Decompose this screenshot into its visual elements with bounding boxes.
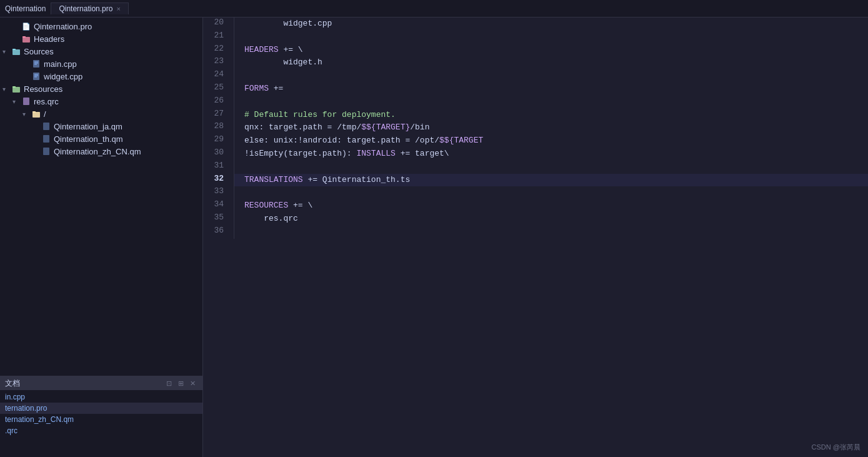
line-number: 21 <box>203 31 234 44</box>
line-content <box>234 226 868 239</box>
code-line-30: 30 !isEmpty(target.path): INSTALLS += ta… <box>203 148 868 161</box>
line-content <box>234 186 868 199</box>
tree-item-slash[interactable]: ▾ / <box>0 108 202 120</box>
tree-label: Sources <box>24 47 54 56</box>
file-pro-icon: 📄 <box>21 21 31 31</box>
line-content <box>234 69 868 83</box>
code-line-31: 31 <box>203 161 868 174</box>
tree-item-qm-zh[interactable]: Qinternation_zh_CN.qm <box>0 145 202 158</box>
line-content: FORMS += <box>234 83 868 96</box>
tree-item-sources[interactable]: ▾ Sources <box>0 45 202 58</box>
tree-arrow <box>22 61 31 68</box>
panel-item-main-cpp[interactable]: in.cpp <box>0 391 202 403</box>
tree-label: Qinternation_ja.qm <box>54 122 122 131</box>
svg-rect-0 <box>22 37 30 43</box>
panel-close-button[interactable]: ✕ <box>188 379 197 388</box>
tree-item-qm-th[interactable]: Qinternation_th.qm <box>0 133 202 145</box>
qm-icon <box>41 146 51 156</box>
svg-rect-12 <box>12 87 20 93</box>
line-content: res.qrc <box>234 213 868 226</box>
line-number: 35 <box>203 213 234 226</box>
tree-item-qinternation-pro[interactable]: 📄 Qinternation.pro <box>0 20 202 33</box>
line-number: 23 <box>203 56 234 69</box>
line-number: 20 <box>203 18 234 31</box>
tree-item-main-cpp[interactable]: main.cpp <box>0 58 202 70</box>
code-line-26: 26 <box>203 96 868 109</box>
bottom-panel-list: in.cpp ternation.pro ternation_zh_CN.qm … <box>0 390 202 457</box>
bottom-panel: 文档 ⊡ ⊞ ✕ in.cpp ternation.pro ternation_… <box>0 376 202 457</box>
line-number: 24 <box>203 69 234 83</box>
code-line-25: 25 FORMS += <box>203 83 868 96</box>
line-number: 25 <box>203 83 234 96</box>
line-content: TRANSLATIONS += Qinternation_th.ts <box>234 174 868 187</box>
line-content: widget.cpp <box>234 18 868 31</box>
line-number: 28 <box>203 121 234 134</box>
tree-item-res-qrc[interactable]: ▾ res.qrc <box>0 95 202 108</box>
tab-close-button[interactable]: × <box>116 5 120 13</box>
tree-label: Resources <box>24 84 62 94</box>
tree-label: main.cpp <box>44 59 77 69</box>
folder-yellow-icon <box>31 109 41 119</box>
line-number: 27 <box>203 109 234 122</box>
code-line-36: 36 <box>203 226 868 239</box>
tree-arrow <box>12 36 21 43</box>
tree-arrow <box>12 23 21 30</box>
tree-item-qm-ja[interactable]: Qinternation_ja.qm <box>0 120 202 133</box>
svg-rect-8 <box>33 73 39 80</box>
bottom-panel-header: 文档 ⊡ ⊞ ✕ <box>0 377 202 390</box>
line-number: 33 <box>203 186 234 199</box>
tree-arrow <box>32 148 41 155</box>
code-editor[interactable]: 20 widget.cpp 21 22 HEADERS += \ 23 widg… <box>203 18 868 457</box>
line-content: !isEmpty(target.path): INSTALLS += targe… <box>234 148 868 161</box>
svg-rect-14 <box>23 98 29 105</box>
tree-arrow <box>32 136 41 143</box>
tree-label: Qinternation_th.qm <box>54 134 123 144</box>
panel-item-qrc[interactable]: .qrc <box>0 425 202 436</box>
tree-label: Qinternation.pro <box>34 22 92 31</box>
line-number: 31 <box>203 161 234 174</box>
tree-item-headers[interactable]: Headers <box>0 33 202 45</box>
line-content: # Default rules for deployment. <box>234 109 868 122</box>
tree-label: / <box>44 109 46 119</box>
svg-rect-15 <box>32 112 40 118</box>
code-line-33: 33 <box>203 186 868 199</box>
line-number: 36 <box>203 226 234 239</box>
tree-item-widget-cpp[interactable]: widget.cpp <box>0 70 202 83</box>
tree-label: res.qrc <box>34 97 59 106</box>
app-name: Qinternation <box>5 4 46 13</box>
file-icon <box>31 71 41 81</box>
tree-arrow <box>22 73 31 80</box>
main-layout: 📄 Qinternation.pro Headers ▾ <box>0 18 868 457</box>
code-line-20: 20 widget.cpp <box>203 18 868 31</box>
tree-item-resources[interactable]: ▾ Resources <box>0 83 202 95</box>
svg-rect-13 <box>12 86 16 88</box>
code-line-32: 32 TRANSLATIONS += Qinternation_th.ts <box>203 174 868 187</box>
line-number: 32 <box>203 174 234 187</box>
panel-item-pro[interactable]: ternation.pro <box>0 403 202 414</box>
panel-undock-button[interactable]: ⊡ <box>164 379 174 388</box>
svg-rect-2 <box>12 49 20 55</box>
tab-label: Qinternation.pro <box>59 4 112 13</box>
tree-arrow: ▾ <box>2 86 11 93</box>
tree-arrow <box>32 123 41 130</box>
svg-rect-19 <box>43 148 49 155</box>
panel-split-button[interactable]: ⊞ <box>176 379 186 388</box>
code-line-23: 23 widget.h <box>203 56 868 69</box>
code-line-35: 35 res.qrc <box>203 213 868 226</box>
qrc-icon <box>21 96 31 106</box>
code-line-34: 34 RESOURCES += \ <box>203 199 868 213</box>
tree-label: Qinternation_zh_CN.qm <box>54 147 141 156</box>
svg-rect-17 <box>43 123 49 130</box>
line-content: else: unix:!android: target.path = /opt/… <box>234 134 868 148</box>
qm-icon <box>41 134 51 144</box>
line-content <box>234 161 868 174</box>
svg-rect-3 <box>12 49 16 50</box>
panel-item-zh-qm[interactable]: ternation_zh_CN.qm <box>0 414 202 425</box>
line-content <box>234 96 868 109</box>
folder-headers-icon <box>21 34 31 44</box>
sidebar: 📄 Qinternation.pro Headers ▾ <box>0 18 203 457</box>
svg-rect-18 <box>43 135 49 143</box>
code-line-29: 29 else: unix:!android: target.path = /o… <box>203 134 868 148</box>
line-number: 26 <box>203 96 234 109</box>
editor-tab[interactable]: Qinternation.pro × <box>51 3 129 14</box>
